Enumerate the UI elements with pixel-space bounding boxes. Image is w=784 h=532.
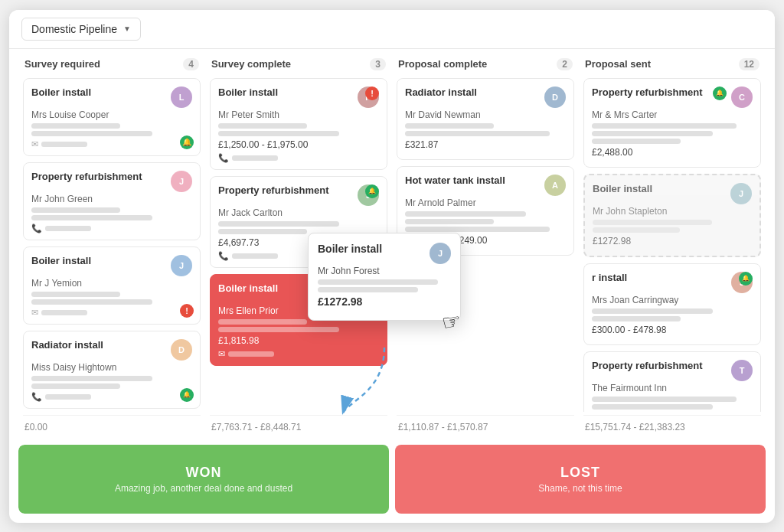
skeleton [592, 131, 713, 136]
avatar: J [171, 255, 192, 276]
skeleton [592, 404, 713, 410]
columns-area: Boiler install J Mr John Forest £1272.98… [9, 49, 775, 439]
floating-dragged-card[interactable]: Boiler install J Mr John Forest £1272.98 [308, 233, 461, 321]
meta-date [45, 394, 91, 400]
email-icon: ✉ [31, 308, 38, 318]
bell-badge: 🔔 [180, 135, 194, 149]
meta-date [232, 253, 278, 259]
meta-phone: 📞 [31, 224, 192, 233]
skeleton [592, 316, 681, 321]
column-proposal-sent: Proposal sent 12 Property refurbishment … [583, 58, 761, 439]
skeleton [593, 220, 712, 225]
phone-icon: 📞 [218, 251, 229, 261]
won-sublabel: Amazing job, another deal done and duste… [115, 483, 292, 494]
column-header-proposal-complete: Proposal complete 2 [397, 58, 574, 70]
meta-phone: 📞 [31, 392, 192, 402]
avatar: D [171, 339, 192, 361]
floating-card-name: Mr John Forest [318, 266, 451, 276]
skeleton [218, 319, 307, 325]
column-footer-survey-complete: £7,763.71 - £8,448.71 [210, 415, 387, 439]
avatar: J [171, 171, 192, 192]
won-label: WON [186, 465, 222, 481]
column-count: 2 [557, 58, 573, 70]
skeleton [31, 292, 120, 297]
card-property-carter[interactable]: Property refurbishment C Mr & Mrs Carter… [583, 78, 761, 168]
skeleton [218, 131, 339, 136]
skeleton [31, 131, 152, 136]
column-title: Proposal complete [398, 58, 487, 70]
skeleton [405, 131, 550, 136]
column-title: Survey complete [211, 58, 291, 70]
avatar: J [730, 183, 752, 204]
meta-date [45, 226, 91, 231]
meta-date [232, 155, 278, 161]
phone-icon: 📞 [31, 392, 42, 402]
email-icon: ✉ [218, 349, 225, 359]
phone-icon: 📞 [31, 224, 42, 233]
skeleton [592, 397, 737, 402]
column-title: Survey required [24, 58, 100, 70]
column-survey-required: Survey required 4 Boiler install L Mrs L… [23, 58, 201, 439]
card-property-fairmount[interactable]: Property refurbishment T The Fairmount I… [583, 351, 761, 412]
card-radiator-david-newman[interactable]: Radiator install D Mr David Newman £321.… [397, 78, 574, 160]
card-boiler-stapleton[interactable]: Boiler install J Mr John Stapleton £1272… [583, 174, 761, 257]
column-count: 12 [739, 58, 760, 70]
card-boiler-peter-smith[interactable]: Boiler install P Mr Peter Smith £1,250.0… [210, 78, 387, 170]
column-cards-proposal-sent: Property refurbishment C Mr & Mrs Carter… [583, 78, 761, 412]
card-r-install-joan[interactable]: r install J Mrs Joan Carringway £300.00 … [583, 263, 761, 345]
bottom-zones: WON Amazing job, another deal done and d… [18, 445, 766, 514]
skeleton [31, 383, 120, 389]
avatar: C [731, 86, 753, 108]
skeleton [218, 229, 307, 234]
skeleton [405, 227, 550, 232]
column-header-survey-complete: Survey complete 3 [210, 58, 387, 70]
avatar: A [544, 175, 566, 196]
avatar: L [171, 86, 192, 108]
skeleton [592, 123, 737, 129]
floating-card-avatar: J [430, 243, 451, 264]
card-property-refurb-green[interactable]: Property refurbishment J Mr John Green 📞 [23, 162, 201, 240]
meta-phone: 📞 [218, 153, 379, 163]
avatar: T [731, 360, 753, 381]
column-title: Proposal sent [585, 58, 651, 70]
meta-email: ✉ [218, 349, 379, 359]
alert-badge: ! [180, 304, 194, 318]
bell-badge: 🔔 [739, 272, 753, 286]
column-count: 3 [370, 58, 386, 70]
floating-card-price: £1272.98 [318, 295, 451, 308]
column-header-survey-required: Survey required 4 [23, 58, 201, 70]
zone-lost[interactable]: LOST Shame, not this time [395, 445, 766, 514]
meta-date [41, 142, 87, 147]
skeleton [318, 287, 418, 292]
app-container: Domestic Pipeline ▼ Boiler install J [9, 10, 775, 523]
meta-date [41, 310, 87, 315]
phone-icon: 📞 [218, 153, 229, 163]
skeleton [31, 376, 152, 381]
column-footer-proposal-sent: £15,751.74 - £21,383.23 [583, 415, 761, 439]
floating-card-title: Boiler install [318, 243, 425, 255]
chevron-down-icon: ▼ [123, 24, 131, 33]
column-count: 4 [183, 58, 199, 70]
card-boiler-install-yemion[interactable]: Boiler install J Mr J Yemion ✉ ! [23, 246, 201, 325]
skeleton [218, 327, 339, 332]
card-boiler-install-cooper[interactable]: Boiler install L Mrs Louise Cooper ✉ 🔔 [23, 78, 201, 156]
skeleton [593, 227, 680, 233]
zone-won[interactable]: WON Amazing job, another deal done and d… [18, 445, 389, 514]
skeleton [218, 123, 307, 129]
column-footer-proposal-complete: £1,110.87 - £1,570.87 [397, 415, 574, 439]
skeleton [405, 123, 494, 129]
column-cards-survey-required: Boiler install L Mrs Louise Cooper ✉ 🔔 [23, 78, 201, 412]
lost-label: LOST [560, 465, 600, 481]
skeleton [318, 279, 438, 285]
lost-sublabel: Shame, not this time [538, 483, 622, 494]
skeleton [218, 221, 339, 227]
skeleton [592, 308, 713, 314]
bell-badge: 🔔 [365, 184, 379, 198]
skeleton [31, 299, 152, 305]
column-footer-survey-required: £0.00 [23, 415, 201, 439]
card-radiator-hightown[interactable]: Radiator install D Miss Daisy Hightown 📞… [23, 331, 201, 409]
skeleton [405, 219, 494, 224]
bell-badge: 🔔 [713, 86, 727, 100]
alert-badge: ! [365, 86, 379, 100]
pipeline-dropdown[interactable]: Domestic Pipeline ▼ [21, 18, 141, 41]
